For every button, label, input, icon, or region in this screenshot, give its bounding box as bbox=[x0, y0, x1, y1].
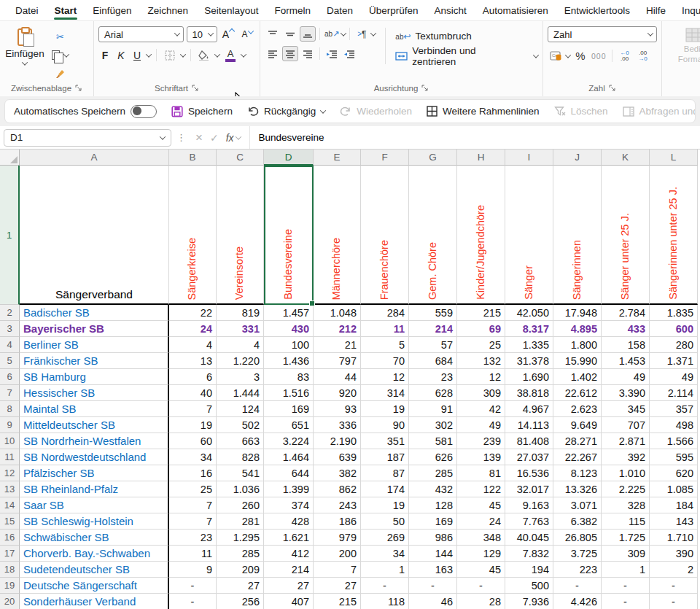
cell-G14[interactable]: 128 bbox=[409, 497, 457, 513]
cell-K3[interactable]: 433 bbox=[602, 321, 650, 337]
align-middle-button[interactable] bbox=[282, 26, 298, 42]
fill-color-button[interactable] bbox=[196, 47, 212, 63]
cell-K16[interactable]: 1.725 bbox=[602, 530, 650, 546]
cell-A17[interactable]: Chorverb. Bay.-Schwaben bbox=[20, 546, 169, 562]
cell-G13[interactable]: 432 bbox=[409, 481, 457, 497]
cell-A9[interactable]: Mitteldeutscher SB bbox=[20, 417, 169, 433]
cell-K6[interactable]: 49 bbox=[602, 369, 650, 385]
cell-A12[interactable]: Pfälzischer SB bbox=[20, 465, 169, 481]
cell-H18[interactable]: 45 bbox=[457, 562, 505, 578]
dialog-launcher-icon[interactable] bbox=[421, 85, 429, 92]
cell-B13[interactable]: 25 bbox=[169, 481, 217, 497]
cell-L5[interactable]: 1.371 bbox=[650, 353, 698, 369]
text-direction-button[interactable]: >¶ bbox=[354, 26, 370, 42]
underline-button[interactable]: U bbox=[131, 47, 144, 63]
cell-I16[interactable]: 40.045 bbox=[505, 530, 553, 546]
cell-E3[interactable]: 212 bbox=[314, 321, 361, 337]
cell-D7[interactable]: 1.516 bbox=[264, 385, 314, 401]
confirm-icon[interactable]: ✓ bbox=[210, 132, 219, 144]
cell-F7[interactable]: 314 bbox=[361, 385, 409, 401]
cell-I11[interactable]: 27.037 bbox=[505, 449, 553, 465]
cell-L8[interactable]: 357 bbox=[650, 401, 698, 417]
cell-A4[interactable]: Berliner SB bbox=[20, 337, 169, 353]
font-color-button[interactable]: A bbox=[222, 47, 238, 63]
column-header-F[interactable]: F bbox=[361, 150, 409, 166]
number-format-select[interactable]: Zahl bbox=[548, 26, 657, 42]
cell-H1[interactable]: Kinder/Jugendchöre bbox=[457, 166, 505, 305]
cell-I10[interactable]: 81.408 bbox=[505, 433, 553, 449]
cell-I13[interactable]: 32.017 bbox=[505, 481, 553, 497]
cell-H6[interactable]: 12 bbox=[457, 369, 505, 385]
cell-A5[interactable]: Fränkischer SB bbox=[20, 353, 169, 369]
cell-J13[interactable]: 13.326 bbox=[553, 481, 602, 497]
merge-center-button[interactable]: Verbinden und zentrieren bbox=[395, 47, 538, 66]
row-header-19[interactable]: 19 bbox=[0, 578, 20, 594]
cell-I15[interactable]: 7.763 bbox=[505, 513, 553, 530]
cell-J10[interactable]: 28.271 bbox=[553, 433, 602, 449]
cell-D19[interactable]: 27 bbox=[264, 578, 314, 594]
cell-F9[interactable]: 90 bbox=[361, 417, 409, 433]
cell-C13[interactable]: 1.036 bbox=[217, 481, 264, 497]
cell-J7[interactable]: 22.612 bbox=[553, 385, 602, 401]
cell-K12[interactable]: 1.010 bbox=[602, 465, 650, 481]
row-header-14[interactable]: 14 bbox=[0, 497, 20, 513]
cell-E2[interactable]: 1.048 bbox=[314, 305, 361, 321]
dialog-launcher-icon[interactable] bbox=[609, 85, 616, 92]
cell-E15[interactable]: 186 bbox=[314, 513, 361, 530]
column-header-L[interactable]: L bbox=[650, 150, 698, 166]
cell-K7[interactable]: 3.390 bbox=[602, 385, 650, 401]
cell-A18[interactable]: Sudetendeutscher SB bbox=[20, 562, 169, 578]
tab-formeln[interactable]: Formeln bbox=[266, 0, 319, 20]
cell-G8[interactable]: 91 bbox=[409, 401, 457, 417]
cell-H12[interactable]: 81 bbox=[457, 465, 505, 481]
cell-I9[interactable]: 14.113 bbox=[505, 417, 553, 433]
cell-B2[interactable]: 22 bbox=[169, 305, 217, 321]
cell-A16[interactable]: Schwäbischer SB bbox=[20, 530, 169, 546]
cell-L7[interactable]: 2.114 bbox=[650, 385, 698, 401]
cell-J11[interactable]: 22.267 bbox=[553, 449, 602, 465]
cell-C3[interactable]: 331 bbox=[217, 321, 264, 337]
cell-A6[interactable]: SB Hamburg bbox=[20, 369, 169, 385]
cell-G5[interactable]: 684 bbox=[409, 353, 457, 369]
column-header-K[interactable]: K bbox=[602, 150, 650, 166]
conditional-formatting-label-1[interactable]: Bedin bbox=[678, 44, 700, 54]
tab-überprüfen[interactable]: Überprüfen bbox=[361, 0, 427, 20]
cell-D8[interactable]: 169 bbox=[264, 401, 314, 417]
row-header-6[interactable]: 6 bbox=[0, 369, 20, 385]
cell-J15[interactable]: 6.382 bbox=[553, 513, 602, 530]
cell-C20[interactable]: 256 bbox=[217, 594, 264, 609]
cell-I14[interactable]: 9.163 bbox=[505, 497, 553, 513]
row-header-1[interactable]: 1 bbox=[0, 166, 20, 305]
cell-J3[interactable]: 4.895 bbox=[553, 321, 602, 337]
cell-J17[interactable]: 3.725 bbox=[553, 546, 602, 562]
cell-I8[interactable]: 4.967 bbox=[505, 401, 553, 417]
cell-E13[interactable]: 862 bbox=[314, 481, 361, 497]
cell-K13[interactable]: 2.225 bbox=[602, 481, 650, 497]
cell-D11[interactable]: 1.464 bbox=[264, 449, 314, 465]
column-header-H[interactable]: H bbox=[457, 150, 505, 166]
cell-B1[interactable]: Sängerkreise bbox=[169, 166, 217, 305]
cell-K5[interactable]: 1.453 bbox=[602, 353, 650, 369]
cell-C2[interactable]: 819 bbox=[217, 305, 264, 321]
cell-K10[interactable]: 2.871 bbox=[602, 433, 650, 449]
cell-H20[interactable]: 28 bbox=[457, 594, 505, 609]
cell-C16[interactable]: 1.295 bbox=[217, 530, 264, 546]
cell-I5[interactable]: 31.378 bbox=[505, 353, 553, 369]
increase-decimal-button[interactable]: ←0.00 bbox=[617, 48, 633, 63]
cell-K19[interactable]: - bbox=[602, 578, 650, 594]
cell-E7[interactable]: 920 bbox=[314, 385, 361, 401]
bold-button[interactable]: F bbox=[98, 47, 112, 63]
row-header-5[interactable]: 5 bbox=[0, 353, 20, 369]
cell-E10[interactable]: 2.190 bbox=[314, 433, 361, 449]
cell-I4[interactable]: 1.335 bbox=[505, 337, 553, 353]
cell-K2[interactable]: 2.784 bbox=[602, 305, 650, 321]
cell-B9[interactable]: 19 bbox=[169, 417, 217, 433]
cut-button[interactable]: ✂ bbox=[51, 29, 69, 44]
cell-K20[interactable]: - bbox=[602, 594, 650, 609]
cell-D16[interactable]: 1.621 bbox=[264, 530, 314, 546]
cell-K17[interactable]: 309 bbox=[602, 546, 650, 562]
cell-F10[interactable]: 351 bbox=[361, 433, 409, 449]
cell-K1[interactable]: Sänger unter 25 J. bbox=[602, 166, 650, 305]
row-header-3[interactable]: 3 bbox=[0, 321, 20, 337]
cell-I2[interactable]: 42.050 bbox=[505, 305, 553, 321]
